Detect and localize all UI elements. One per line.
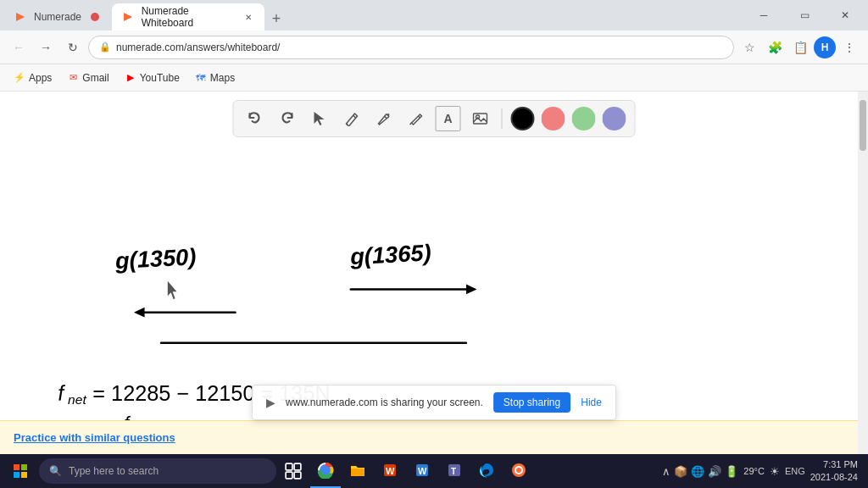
tab1-close[interactable] — [88, 10, 102, 24]
taskbar-explorer[interactable] — [342, 454, 373, 488]
address-text: numerade.com/answers/whiteboard/ — [116, 42, 280, 53]
tab1-favicon — [14, 10, 27, 24]
lock-icon: 🔒 — [99, 42, 111, 53]
taskbar-office[interactable]: W — [375, 454, 405, 488]
select-tool[interactable] — [307, 106, 332, 131]
gmail-icon: ✉ — [67, 72, 79, 84]
taskbar-teams[interactable]: T — [439, 454, 470, 488]
apps-icon: ⚡ — [14, 72, 25, 84]
menu-icon[interactable]: ⋮ — [837, 36, 861, 59]
color-green[interactable] — [572, 107, 596, 130]
svg-line-5 — [347, 124, 348, 125]
svg-point-50 — [516, 468, 521, 473]
svg-rect-34 — [21, 472, 27, 478]
svg-rect-35 — [286, 463, 292, 470]
svg-text:g(1365): g(1365) — [348, 239, 431, 269]
search-placeholder: Type here to search — [69, 465, 159, 477]
search-box[interactable]: 🔍 Type here to search — [39, 458, 276, 484]
svg-point-1 — [91, 13, 99, 21]
dropbox-icon[interactable]: 📦 — [674, 465, 687, 478]
tray-arrow[interactable]: ∧ — [662, 465, 670, 478]
refresh-button[interactable]: ↻ — [61, 36, 85, 59]
date: 2021-08-24 — [810, 471, 858, 484]
toolbar-separator — [502, 108, 503, 129]
undo-button[interactable] — [242, 106, 268, 131]
taskbar-word[interactable]: W — [407, 454, 437, 488]
maximize-button[interactable]: ▭ — [785, 2, 824, 29]
reading-list-icon[interactable]: 📋 — [788, 36, 812, 59]
svg-rect-38 — [294, 472, 301, 479]
svg-marker-3 — [314, 112, 325, 125]
taskbar-edge[interactable] — [471, 454, 502, 488]
stop-sharing-button[interactable]: Stop sharing — [493, 392, 570, 413]
svg-marker-30 — [168, 281, 177, 299]
tools-button[interactable] — [371, 106, 397, 131]
bookmarks-bar: ⚡ Apps ✉ Gmail ▶ YouTube 🗺 Maps — [0, 64, 868, 92]
svg-text:net: net — [68, 392, 86, 407]
task-view-button[interactable] — [278, 454, 309, 488]
network-icon[interactable]: 🌐 — [691, 465, 704, 478]
lang-icon[interactable]: ENG — [785, 466, 805, 476]
title-bar: Numerade Numerade Whiteboard ✕ + ─ ▭ ✕ — [0, 0, 868, 30]
svg-line-8 — [410, 123, 412, 125]
image-tool[interactable] — [468, 106, 493, 131]
close-button[interactable]: ✕ — [826, 2, 865, 29]
bookmark-apps[interactable]: ⚡ Apps — [7, 69, 58, 87]
color-black[interactable] — [511, 107, 535, 130]
taskbar-chrome[interactable] — [310, 454, 341, 488]
svg-rect-37 — [286, 472, 292, 479]
scrollbar-thumb[interactable] — [860, 100, 866, 151]
svg-rect-36 — [294, 463, 301, 470]
system-tray: ∧ 📦 🌐 🔊 🔋 29°C ☀ ENG 7:31 PM 2021-08-24 — [655, 458, 865, 485]
tab-numerade[interactable]: Numerade — [3, 3, 112, 30]
speaker-icon[interactable]: 🔊 — [708, 465, 721, 478]
new-tab-button[interactable]: + — [264, 7, 288, 30]
bookmark-gmail-label: Gmail — [82, 72, 108, 84]
forward-button[interactable]: → — [34, 36, 58, 59]
svg-rect-32 — [21, 464, 27, 470]
taskbar-browser2[interactable] — [504, 454, 534, 488]
svg-line-4 — [353, 115, 356, 118]
redo-button[interactable] — [275, 106, 300, 131]
youtube-icon: ▶ — [125, 72, 136, 84]
practice-link[interactable]: Practice with similar questions — [14, 431, 175, 444]
bookmark-gmail[interactable]: ✉ Gmail — [60, 69, 115, 87]
hide-button[interactable]: Hide — [581, 396, 602, 408]
address-bar[interactable]: 🔒 numerade.com/answers/whiteboard/ — [88, 36, 734, 59]
text-tool[interactable]: A — [436, 106, 461, 131]
profile-button[interactable]: H — [814, 36, 836, 58]
clock[interactable]: 7:31 PM 2021-08-24 — [810, 458, 858, 485]
toolbar-icons: ☆ 🧩 📋 H ⋮ — [737, 36, 861, 59]
sharing-notification: ▶ www.numerade.com is sharing your scree… — [252, 385, 616, 420]
bookmark-apps-label: Apps — [29, 72, 52, 84]
tab2-close[interactable]: ✕ — [242, 10, 254, 24]
tab-whiteboard[interactable]: Numerade Whiteboard ✕ — [112, 3, 264, 30]
start-button[interactable] — [3, 454, 37, 488]
svg-marker-2 — [124, 13, 132, 21]
svg-marker-17 — [134, 308, 145, 318]
svg-marker-15 — [466, 285, 477, 295]
vertical-scrollbar[interactable] — [858, 92, 868, 454]
browser-window: Numerade Numerade Whiteboard ✕ + ─ ▭ ✕ ← — [0, 0, 868, 488]
minimize-button[interactable]: ─ — [744, 2, 783, 29]
practice-bar: Practice with similar questions — [0, 420, 868, 454]
color-red[interactable] — [542, 107, 565, 130]
browser-toolbar: ← → ↻ 🔒 numerade.com/answers/whiteboard/… — [0, 30, 868, 64]
svg-text:W: W — [418, 466, 427, 476]
window-controls: ─ ▭ ✕ — [744, 2, 865, 29]
color-purple[interactable] — [603, 107, 626, 130]
back-button[interactable]: ← — [7, 36, 31, 59]
bookmark-maps[interactable]: 🗺 Maps — [188, 69, 242, 87]
star-icon[interactable]: ☆ — [737, 36, 761, 59]
pencil-tool[interactable] — [339, 106, 364, 131]
weather-temp: 29°C — [743, 466, 765, 476]
main-content: A g(1350) g — [0, 92, 868, 454]
sharing-message: www.numerade.com is sharing your screen. — [286, 396, 483, 408]
battery-icon[interactable]: 🔋 — [725, 465, 738, 478]
svg-text:f: f — [58, 380, 67, 404]
bookmark-youtube[interactable]: ▶ YouTube — [118, 69, 186, 87]
time: 7:31 PM — [810, 458, 858, 471]
highlighter-tool[interactable] — [403, 106, 429, 131]
svg-line-9 — [419, 116, 420, 118]
extensions-icon[interactable]: 🧩 — [763, 36, 787, 59]
